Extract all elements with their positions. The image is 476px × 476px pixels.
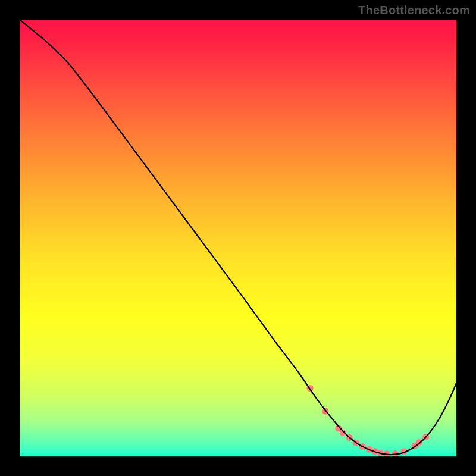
- watermark-text: TheBottleneck.com: [358, 4, 470, 17]
- chart-svg: [20, 20, 456, 456]
- plot-area: [20, 20, 456, 456]
- chart-frame: TheBottleneck.com: [0, 0, 476, 476]
